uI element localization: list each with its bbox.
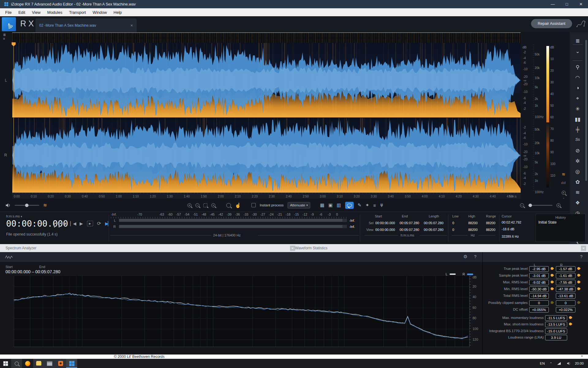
time-ruler[interactable]: 0:000:100:200:300:400:501:001:101:201:30… [12, 193, 521, 199]
spectrum-help-icon[interactable]: ? [474, 254, 477, 259]
spectrogram-left-channel[interactable] [12, 43, 521, 117]
menu-window[interactable]: Window [89, 8, 110, 16]
magnifier-tool-icon[interactable] [226, 203, 231, 208]
record-icon[interactable]: ● [64, 221, 66, 226]
tab-close-icon[interactable]: × [130, 23, 133, 28]
zoom-in-icon[interactable]: + [187, 203, 191, 207]
spectrogram-display[interactable] [12, 43, 521, 193]
find-similar-icon[interactable]: ⋔ [380, 202, 384, 208]
gutter-collapse-icon[interactable]: ≡ [3, 37, 5, 40]
de-wind-icon[interactable]: ≋ [570, 189, 586, 196]
loop-icon[interactable]: ⟳ [97, 220, 101, 226]
time-selection-tool-icon[interactable]: ▦ [320, 202, 324, 208]
taskbar-explorer-icon[interactable] [33, 359, 44, 368]
tray-chevron-up-icon[interactable]: ⌃ [547, 362, 555, 365]
instant-process-mode-select[interactable]: Attenuate▾ [288, 202, 310, 209]
zoom-out-horizontal-icon[interactable]: − [520, 203, 524, 207]
zoom-out-icon[interactable]: − [195, 203, 199, 207]
de-hum-icon[interactable]: ⊘ [570, 148, 586, 154]
lasso-selection-tool-icon[interactable] [345, 202, 354, 209]
plugin-icon[interactable]: ❖ [570, 200, 586, 206]
file-tab[interactable]: 02 -More Than A Sex Machine.wav × [36, 18, 137, 32]
playhead-line[interactable] [13, 43, 14, 193]
de-rustle-icon[interactable]: ✿ [570, 179, 586, 185]
speaker-icon[interactable] [6, 203, 11, 208]
instant-process-checkbox[interactable] [251, 203, 256, 207]
history-panel[interactable]: History Initial State [536, 214, 586, 242]
spectrogram-right-channel[interactable] [12, 118, 521, 193]
volume-icon[interactable]: ) [563, 362, 572, 365]
menu-file[interactable]: File [2, 8, 15, 16]
time-frequency-selection-tool-icon[interactable]: ▣ [328, 202, 333, 208]
grab-hand-tool-icon[interactable]: ☝ [235, 202, 241, 208]
scribble-icon[interactable] [576, 19, 586, 29]
repair-assistant-button[interactable]: Repair Assistant [531, 19, 572, 28]
stats-help-icon[interactable]: ? [580, 254, 582, 259]
de-ess-icon[interactable]: Ss [570, 137, 586, 142]
return-to-start-icon[interactable]: ▏◀ [70, 221, 76, 226]
zoom-in-vertical-icon[interactable]: + [557, 190, 570, 195]
spectrogram-waveform-blend-icon[interactable]: ≋ [43, 202, 47, 208]
frequency-selection-tool-icon[interactable]: ▥ [337, 202, 341, 208]
monitor-icon[interactable] [54, 223, 60, 226]
language-indicator[interactable]: EN [537, 362, 547, 365]
menu-edit[interactable]: Edit [15, 8, 28, 16]
maximize-button[interactable]: □ [560, 0, 574, 8]
stats-row: Possibly clipped samples00 [483, 300, 588, 306]
zoom-selection-icon[interactable] [203, 203, 207, 207]
taskbar-clock[interactable]: 20:00 [572, 362, 588, 365]
menu-view[interactable]: View [28, 8, 44, 16]
de-reverb-icon[interactable]: ◎ [570, 168, 586, 175]
strip-close-icon[interactable]: ✕ [581, 246, 586, 251]
process-list-icon[interactable]: ≡ [373, 203, 376, 208]
horizontal-zoom-knob[interactable] [529, 204, 532, 207]
monitor-volume-slider[interactable] [15, 205, 39, 206]
waveform-view-icon[interactable]: ılıl [557, 181, 570, 185]
waveform-overview[interactable] [12, 33, 521, 43]
menu-modules[interactable]: Modules [44, 8, 66, 16]
de-plosive-icon[interactable]: ⚲ [570, 64, 586, 71]
menu-transport[interactable]: Transport [66, 8, 89, 16]
gutter-menu-icon[interactable]: ≣ [3, 33, 6, 37]
network-icon[interactable] [555, 362, 563, 365]
play-selection-icon[interactable]: ▶ [87, 221, 93, 226]
taskbar-media-icon[interactable] [55, 359, 66, 368]
taskbar-window-icon[interactable] [44, 359, 55, 368]
volume-knob[interactable] [25, 204, 28, 207]
module-list-icon[interactable]: ≣ [570, 38, 586, 44]
spectrogram-colorbar[interactable] [546, 46, 549, 188]
zoom-reset-icon[interactable]: • [211, 203, 215, 207]
level-meter[interactable]: -Inf.-70-63-60-57-54-51-48-45-42-39-36-3… [110, 212, 359, 244]
spectrum-toolbar: ⚙ ? [0, 252, 482, 262]
meter-l-label: L [114, 219, 116, 222]
zoom-in-horizontal-icon[interactable]: + [556, 203, 560, 207]
de-click-icon[interactable]: ⌖ [570, 95, 586, 102]
minimize-button[interactable]: — [546, 0, 560, 8]
spectrogram-view-icon[interactable]: ≋ [557, 172, 570, 177]
de-breath-icon[interactable]: ◠ [570, 75, 586, 81]
taskbar-search-icon[interactable] [11, 359, 22, 368]
spectrum-plot[interactable] [14, 276, 469, 347]
mouth-de-click-icon[interactable]: ✲ [570, 158, 586, 164]
close-button[interactable]: ✕ [574, 0, 588, 8]
history-item[interactable]: Initial State [536, 219, 585, 224]
play-to-end-icon[interactable]: ▶▏ [105, 221, 111, 226]
de-clip-icon[interactable]: ▮▮ [570, 116, 586, 123]
start-button[interactable] [0, 359, 11, 368]
settings-gear-icon[interactable]: ⚙ [463, 254, 467, 259]
collapse-icon[interactable]: ⌄ [570, 48, 586, 55]
taskbar-rx-icon[interactable] [66, 359, 77, 368]
taskbar-firefox-icon[interactable] [22, 359, 33, 368]
spectrum-curve-icon[interactable] [5, 255, 13, 259]
magic-wand-tool-icon[interactable]: ✦ [365, 202, 369, 208]
de-crackle-icon[interactable]: ✳ [570, 106, 586, 112]
play-icon[interactable]: ▶ [80, 221, 83, 226]
scroll-down-icon[interactable]: ▾ [581, 355, 583, 358]
de-bleed-icon[interactable]: ◑ [570, 85, 586, 91]
stats-panel-close-icon[interactable]: ✕ [290, 246, 295, 251]
time-format-label[interactable]: h:m:s.ms ▾ [6, 214, 22, 218]
menu-help[interactable]: Help [110, 8, 125, 16]
interpolate-icon[interactable]: ╪ [570, 127, 586, 133]
brush-selection-tool-icon[interactable]: ✎ [358, 202, 362, 208]
horizontal-zoom-slider[interactable] [528, 205, 552, 206]
